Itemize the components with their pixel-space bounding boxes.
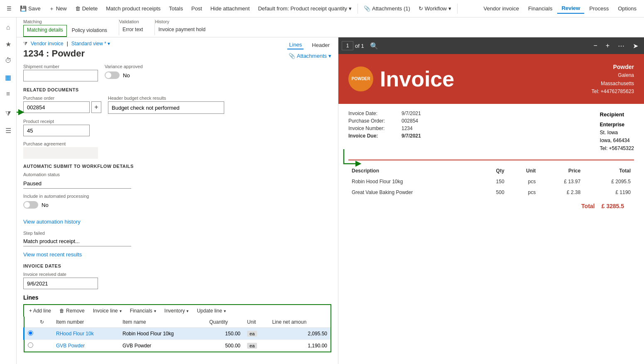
table-row: RHood Flour 10k Robin Hood Flour 10kg 15… <box>24 328 331 340</box>
invoice-due-val: 9/7/2021 <box>402 133 421 139</box>
radio-cell <box>24 340 37 352</box>
header-budget-group: Header budget check results <box>108 96 224 114</box>
variance-approved-value: No <box>123 72 130 79</box>
sidebar-home-icon[interactable]: ⌂ <box>2 21 15 34</box>
policy-violations-tab[interactable]: Policy violations <box>69 25 110 37</box>
purchase-order-input[interactable] <box>23 101 90 113</box>
invoice-date-row: Invoice Date: 9/7/2021 <box>348 111 421 116</box>
default-from-button[interactable]: Default from: Product receipt quantity ▾ <box>255 4 355 13</box>
purchase-agreement-row: Purchase agreement <box>23 141 331 159</box>
lines-tab[interactable]: Lines <box>287 41 304 49</box>
inv-price-0: £ 13.97 <box>539 176 584 187</box>
pdf-zoom-out-button[interactable]: − <box>591 41 600 50</box>
inv-col-qty: Qty <box>479 165 507 176</box>
invoice-number-row: Invoice Number: 1234 <box>348 125 421 131</box>
sidebar-favorites-icon[interactable]: ★ <box>2 37 15 51</box>
post-button[interactable]: Post <box>188 4 206 13</box>
hamburger-menu-button[interactable]: ☰ <box>3 4 15 13</box>
refresh-cell <box>37 340 53 352</box>
options-tab[interactable]: Options <box>614 3 641 14</box>
pdf-page-input[interactable] <box>342 41 353 50</box>
automation-status-input <box>23 179 131 189</box>
invoice-received-date-input[interactable] <box>23 278 98 289</box>
item-number-link-0[interactable]: RHood Flour 10k <box>56 331 94 337</box>
refresh-icon[interactable]: ↻ <box>40 319 44 325</box>
invoice-payment-hold-tab[interactable]: Invoice payment hold <box>155 25 208 36</box>
view-selector[interactable]: Standard view * ▾ <box>71 41 110 47</box>
sidebar-modules-icon[interactable]: ▦ <box>2 71 15 84</box>
unit-cell: ea <box>244 328 269 340</box>
vendor-invoice-breadcrumb[interactable]: Vendor invoice <box>31 41 64 47</box>
invoice-line-button[interactable]: Invoice line ▾ <box>90 307 125 315</box>
match-receipts-button[interactable]: Match product receipts <box>103 4 164 13</box>
product-receipt-input[interactable] <box>23 125 90 136</box>
save-button[interactable]: 💾 Save <box>17 4 44 13</box>
product-receipt-group: Product receipt <box>23 119 90 136</box>
view-most-recent-link[interactable]: View most recent results <box>23 250 82 259</box>
shipment-number-input[interactable] <box>23 70 98 81</box>
invoice-recipient: Recipient Enterprise St. Iowa Iowa, 6464… <box>600 111 634 153</box>
row-radio-0[interactable] <box>28 330 33 336</box>
attachments-button[interactable]: 📎 Attachments (1) <box>360 4 414 13</box>
remove-button[interactable]: 🗑 Remove <box>56 307 88 315</box>
item-number-link-1[interactable]: GVB Powder <box>56 343 85 349</box>
pdf-search-button[interactable]: 🔍 <box>367 41 381 51</box>
invoice-table-row: Robin Hood Flour 10kg 150 pcs £ 13.97 £ … <box>348 176 634 187</box>
invoice-divider <box>348 160 634 160</box>
new-button[interactable]: ＋ New <box>46 3 70 14</box>
breadcrumb: ⧩ Vendor invoice | Standard view * ▾ <box>23 41 110 47</box>
row-radio-1[interactable] <box>28 342 33 348</box>
vendor-invoice-tab[interactable]: Vendor invoice <box>480 3 523 14</box>
auto-submit-header: AUTOMATIC SUBMIT TO WORKFLOW DETAILS <box>23 164 331 169</box>
variance-approved-toggle[interactable] <box>105 71 120 79</box>
process-tab[interactable]: Process <box>585 3 613 14</box>
delete-button[interactable]: 🗑 Delete <box>72 4 101 13</box>
inv-total-1: £ 1190 <box>584 187 634 198</box>
hide-attachment-button[interactable]: Hide attachment <box>207 4 253 13</box>
header-tab[interactable]: Header <box>310 41 331 49</box>
review-tab[interactable]: Review <box>557 3 584 14</box>
financials-tab[interactable]: Financials <box>524 3 557 14</box>
workflow-button[interactable]: ↻ Workflow ▾ <box>415 4 455 13</box>
separator2 <box>457 4 458 14</box>
add-line-button[interactable]: + Add line <box>26 307 54 315</box>
invoice-due-row: Invoice Due: 9/7/2021 <box>348 133 421 139</box>
purchase-order-add-button[interactable]: + <box>91 101 101 113</box>
sidebar-recent-icon[interactable]: ⏱ <box>2 54 15 67</box>
purchase-order-val: 002854 <box>402 118 418 124</box>
sidebar-filter-icon[interactable]: ⧩ <box>2 107 15 121</box>
include-toggle-knob <box>24 202 30 208</box>
shipment-variance-row: Shipment number Variance approved No <box>23 64 331 82</box>
invoice-meta-left: Invoice Date: 9/7/2021 Purchase Order: 0… <box>348 111 421 153</box>
sidebar-menu-icon[interactable]: ☰ <box>2 124 15 137</box>
invoice-company: Powder Galena Massachusetts Tel: +447627… <box>592 62 634 96</box>
include-automated-toggle[interactable] <box>23 201 38 209</box>
financials-lines-button[interactable]: Financials ▾ <box>127 307 159 315</box>
update-line-button[interactable]: Update line ▾ <box>193 307 229 315</box>
view-automation-history-link[interactable]: View automation history <box>23 217 81 226</box>
unit-cell: ea <box>244 340 269 352</box>
history-group-label: History <box>155 17 208 25</box>
invoice-document: POWDER Invoice Powder Galena Massachuset… <box>338 54 644 364</box>
col-radio <box>24 317 37 328</box>
error-text-tab[interactable]: Error text <box>119 25 146 36</box>
pdf-nav-button[interactable]: ➤ <box>630 41 641 51</box>
include-automated-value: No <box>42 202 49 208</box>
page-title: 1234 : Powder <box>23 48 110 59</box>
matching-details-tab[interactable]: Matching details <box>23 25 67 37</box>
pdf-more-button[interactable]: ⋯ <box>615 41 627 51</box>
include-automated-group: Include in automated processing No <box>23 194 89 212</box>
recipient-title: Recipient <box>600 111 634 119</box>
pdf-zoom-in-button[interactable]: + <box>603 41 612 50</box>
pdf-toolbar: of 1 🔍 − + ⋯ ➤ <box>338 37 644 54</box>
related-docs-row: Purchase order + Header budget check res… <box>23 96 331 114</box>
sidebar-list-icon[interactable]: ≡ <box>2 87 15 101</box>
unit-badge: ea <box>247 343 257 349</box>
invoice-total-label: Total <box>581 203 595 209</box>
totals-button[interactable]: Totals <box>166 4 186 13</box>
main-content: Matching Matching details Policy violati… <box>17 17 644 364</box>
purchase-agreement-input[interactable] <box>23 147 98 159</box>
inventory-button[interactable]: Inventory ▾ <box>161 307 192 315</box>
attachments-panel-button[interactable]: 📎 Attachments ▾ <box>289 53 331 59</box>
financials-dropdown-icon: ▾ <box>154 309 156 313</box>
